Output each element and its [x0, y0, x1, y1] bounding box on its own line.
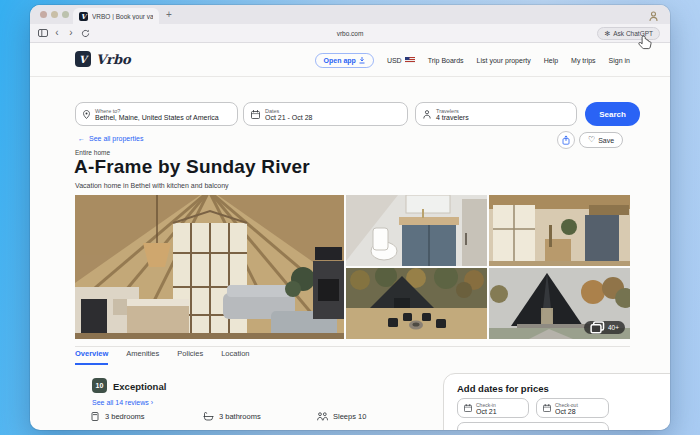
open-app-label: Open app [324, 57, 356, 64]
nav-sign-in[interactable]: Sign in [609, 57, 630, 64]
see-all-properties-link[interactable]: ← See all properties [78, 135, 143, 142]
vrbo-favicon: V [79, 12, 88, 21]
mouse-cursor [638, 35, 654, 51]
vrbo-logo[interactable]: V Vrbo [75, 51, 131, 67]
nav-trip-boards[interactable]: Trip Boards [428, 57, 464, 64]
browser-window: V VRBO | Book your vaca + ‹ › vrbo.com ✻… [30, 5, 670, 430]
tab-location[interactable]: Location [221, 349, 249, 365]
calendar-icon [464, 404, 472, 412]
currency-selector[interactable]: USD [387, 57, 415, 64]
photo-interior-loft[interactable] [489, 195, 630, 266]
bed-icon [90, 412, 100, 421]
back-link-label: See all properties [89, 135, 143, 142]
tabs-divider [75, 346, 630, 347]
dates-field[interactable]: Dates Oct 21 - Oct 28 [243, 102, 408, 126]
where-value: Bethel, Maine, United States of America [95, 114, 219, 121]
tab-amenities[interactable]: Amenities [126, 349, 159, 365]
checkin-label: Check-in [476, 402, 497, 408]
checkout-label: Check-out [555, 402, 578, 408]
people-icon [317, 412, 328, 421]
page-subtitle: Vacation home in Bethel with kitchen and… [75, 182, 229, 189]
checkout-field[interactable]: Check-out Oct 28 [536, 398, 609, 418]
booking-travelers-label: Travelers [464, 429, 485, 430]
amenity-bedrooms-label: 3 bedrooms [105, 412, 145, 421]
back-arrow-icon: ← [78, 135, 85, 142]
calendar-icon [251, 110, 260, 119]
where-field[interactable]: Where to? Bethel, Maine, United States o… [75, 102, 238, 126]
checkin-value: Oct 21 [476, 408, 497, 415]
travelers-field[interactable]: Travelers 4 travelers [415, 102, 577, 126]
nav-my-trips[interactable]: My trips [571, 57, 596, 64]
listing-tabs: Overview Amenities Policies Location [75, 349, 250, 365]
browser-tab[interactable]: V VRBO | Book your vaca [73, 8, 159, 24]
browser-toolbar: ‹ › vrbo.com ✻ Ask ChatGPT [30, 24, 670, 43]
share-button[interactable] [557, 131, 575, 149]
bath-icon [203, 412, 214, 421]
amenity-bathrooms-label: 3 bathrooms [219, 412, 261, 421]
desktop: { "browser": { "tab_title": "VRBO | Book… [0, 0, 700, 435]
save-label: Save [598, 137, 614, 144]
address-bar[interactable]: vrbo.com [30, 30, 670, 37]
tab-title: VRBO | Book your vaca [92, 13, 153, 20]
travelers-value: 4 travelers [436, 114, 469, 121]
new-tab-button[interactable]: + [166, 9, 172, 21]
booking-travelers-field[interactable]: Travelers [457, 422, 609, 430]
tab-policies[interactable]: Policies [177, 349, 203, 365]
photo-bathroom[interactable] [346, 195, 487, 266]
reviews-link[interactable]: See all 14 reviews › [92, 399, 153, 406]
booking-heading: Add dates for prices [457, 383, 549, 394]
amenity-bathrooms: 3 bathrooms [203, 412, 261, 421]
page-title: A-Frame by Sunday River [74, 156, 310, 178]
checkout-value: Oct 28 [555, 408, 578, 415]
rating-badge: 10 [92, 378, 107, 393]
photos-count-label: 40+ [608, 324, 619, 331]
checkin-field[interactable]: Check-in Oct 21 [457, 398, 529, 418]
photo-backyard[interactable] [346, 268, 487, 339]
chatgpt-icon: ✻ [604, 30, 610, 38]
location-pin-icon [83, 110, 90, 119]
minimize-window-button[interactable] [51, 11, 58, 18]
open-app-button[interactable]: Open app [315, 53, 374, 68]
nav-list-your-property[interactable]: List your property [477, 57, 531, 64]
download-icon [359, 57, 365, 64]
zoom-window-button[interactable] [62, 11, 69, 18]
tab-overview[interactable]: Overview [75, 349, 108, 365]
close-window-button[interactable] [40, 11, 47, 18]
photo-main-interior[interactable] [75, 195, 344, 339]
nav-help[interactable]: Help [544, 57, 558, 64]
calendar-icon [543, 404, 551, 412]
share-icon [562, 135, 570, 145]
dates-value: Oct 21 - Oct 28 [265, 114, 312, 121]
photos-count-badge[interactable]: 40+ [584, 321, 625, 334]
booking-card: Add dates for prices Check-in Oct 21 Che… [443, 373, 670, 430]
save-button[interactable]: ♡ Save [579, 132, 623, 148]
vrbo-wordmark: Vrbo [96, 52, 131, 67]
browser-titlebar: V VRBO | Book your vaca + [30, 5, 670, 24]
amenity-bedrooms: 3 bedrooms [90, 412, 145, 421]
rating-label: Exceptional [113, 381, 166, 392]
search-button[interactable]: Search [585, 102, 640, 126]
header-nav: Open app USD Trip Boards List your prope… [315, 43, 630, 77]
heart-icon: ♡ [588, 136, 595, 144]
listing-type: Entire home [75, 149, 110, 156]
site-header: V Vrbo Open app USD Trip Boards List you… [30, 43, 670, 77]
us-flag-icon [405, 57, 415, 63]
photo-stack-icon [590, 321, 605, 334]
photo-gallery: 40+ [75, 195, 630, 339]
amenity-sleeps: Sleeps 10 [317, 412, 366, 421]
currency-label: USD [387, 57, 402, 64]
photo-exterior[interactable]: 40+ [489, 268, 630, 339]
traveler-icon [423, 110, 431, 119]
vrbo-logo-mark: V [75, 51, 91, 67]
amenity-sleeps-label: Sleeps 10 [333, 412, 366, 421]
